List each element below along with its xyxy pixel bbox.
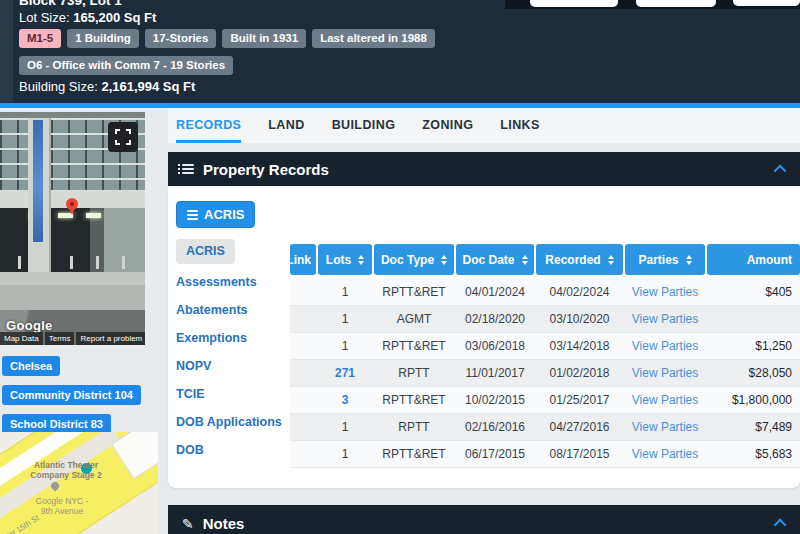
cell-amount: $5,683 bbox=[707, 447, 800, 461]
cell-lots: 1 bbox=[318, 447, 372, 461]
nav-item-acris[interactable]: ACRIS bbox=[176, 239, 235, 264]
street-view-art bbox=[96, 256, 99, 269]
view-parties-link[interactable]: View Parties bbox=[625, 393, 705, 407]
column-header-doc-date[interactable]: Doc Date bbox=[456, 244, 534, 275]
cell-lots-link[interactable]: 3 bbox=[318, 393, 372, 407]
acris-records-table: Link Lots Doc Type Doc Date Recorded Par… bbox=[290, 244, 800, 468]
cell-doc-date: 06/17/2015 bbox=[456, 447, 534, 461]
lot-size-line: Lot Size: 165,200 Sq Ft bbox=[19, 10, 156, 25]
table-row: 1 RPTT&RET 06/17/2015 08/17/2015 View Pa… bbox=[290, 441, 800, 468]
map-attribution-bar: Map Data Terms Report a problem bbox=[0, 332, 145, 345]
table-row: 271 RPTT 11/01/2017 01/02/2018 View Part… bbox=[290, 360, 800, 387]
property-badges: M1-5 1 Building 17-Stories Built in 1931… bbox=[19, 29, 435, 48]
cut-off-button[interactable] bbox=[636, 0, 716, 7]
table-header-row: Link Lots Doc Type Doc Date Recorded Par… bbox=[290, 244, 800, 275]
cell-doc-type: RPTT&RET bbox=[374, 339, 454, 353]
column-header-lots[interactable]: Lots bbox=[318, 244, 372, 275]
cell-doc-date: 10/02/2015 bbox=[456, 393, 534, 407]
mini-map[interactable]: Atlantic Theater Company Stage 2 Google … bbox=[0, 432, 158, 534]
view-parties-link[interactable]: View Parties bbox=[625, 366, 705, 380]
column-header-doc-type[interactable]: Doc Type bbox=[374, 244, 454, 275]
section-title: Property Records bbox=[203, 161, 329, 178]
street-view-art bbox=[33, 120, 43, 242]
view-parties-link[interactable]: View Parties bbox=[625, 285, 705, 299]
building-size-value: 2,161,994 Sq Ft bbox=[101, 79, 195, 94]
cut-off-button[interactable] bbox=[733, 0, 800, 6]
property-records-card: ACRIS ACRIS Assessments Abatements Exemp… bbox=[168, 186, 800, 488]
view-parties-link[interactable]: View Parties bbox=[625, 312, 705, 326]
tab-building[interactable]: BUILDING bbox=[332, 108, 396, 143]
nav-item-nopv[interactable]: NOPV bbox=[176, 357, 211, 376]
column-label: Lots bbox=[326, 253, 351, 267]
sort-icon bbox=[608, 255, 614, 265]
cell-lots: 1 bbox=[318, 420, 372, 434]
school-district-badge[interactable]: School District 83 bbox=[2, 414, 111, 434]
table-row: 1 AGMT 02/18/2020 03/10/2020 View Partie… bbox=[290, 306, 800, 333]
acris-button[interactable]: ACRIS bbox=[176, 201, 255, 228]
tab-bar: RECORDS LAND BUILDING ZONING LINKS bbox=[168, 108, 800, 143]
column-label: Amount bbox=[747, 253, 792, 267]
cut-off-button[interactable] bbox=[530, 0, 618, 7]
nav-item-assessments[interactable]: Assessments bbox=[176, 273, 257, 292]
cell-doc-type: RPTT&RET bbox=[374, 393, 454, 407]
cell-doc-date: 02/18/2020 bbox=[456, 312, 534, 326]
collapse-chevron-icon[interactable] bbox=[774, 164, 787, 177]
street-view-photo[interactable]: Google Map Data Terms Report a problem bbox=[0, 112, 145, 345]
map-poi-label: Atlantic Theater Company Stage 2 bbox=[18, 460, 114, 480]
stories-badge: 17-Stories bbox=[145, 29, 217, 48]
cell-doc-date: 02/16/2016 bbox=[456, 420, 534, 434]
column-label: Doc Date bbox=[462, 253, 514, 267]
nav-item-dob[interactable]: DOB bbox=[176, 441, 204, 460]
column-header-parties[interactable]: Parties bbox=[625, 244, 705, 275]
google-watermark: Google bbox=[6, 318, 53, 333]
fullscreen-icon[interactable] bbox=[108, 122, 138, 152]
view-parties-link[interactable]: View Parties bbox=[625, 447, 705, 461]
column-header-link[interactable]: Link bbox=[290, 244, 316, 275]
cell-amount: $28,050 bbox=[707, 366, 800, 380]
building-size-line: Building Size: 2,161,994 Sq Ft bbox=[19, 79, 195, 94]
view-parties-link[interactable]: View Parties bbox=[625, 339, 705, 353]
tab-links[interactable]: LINKS bbox=[500, 108, 540, 143]
cell-amount: $1,250 bbox=[707, 339, 800, 353]
street-view-art bbox=[0, 272, 145, 310]
cell-doc-date: 11/01/2017 bbox=[456, 366, 534, 380]
cell-doc-type: RPTT&RET bbox=[374, 447, 454, 461]
cell-doc-type: RPTT bbox=[374, 366, 454, 380]
notes-section-header: ✎ Notes bbox=[168, 505, 800, 534]
sort-icon bbox=[686, 255, 692, 265]
column-header-recorded[interactable]: Recorded bbox=[536, 244, 623, 275]
tab-zoning[interactable]: ZONING bbox=[422, 108, 473, 143]
acris-button-label: ACRIS bbox=[204, 207, 244, 222]
tab-records[interactable]: RECORDS bbox=[176, 108, 241, 143]
street-view-art bbox=[122, 256, 125, 269]
sort-icon bbox=[358, 255, 364, 265]
nav-item-abatements[interactable]: Abatements bbox=[176, 301, 248, 320]
cell-doc-type: AGMT bbox=[374, 312, 454, 326]
column-label: Recorded bbox=[545, 253, 600, 267]
nav-item-dob-applications[interactable]: DOB Applications bbox=[176, 413, 282, 432]
property-summary-header: Block 739, Lot 1 Lot Size: 165,200 Sq Ft… bbox=[0, 0, 800, 103]
community-district-badge[interactable]: Community District 104 bbox=[2, 385, 141, 405]
tab-land[interactable]: LAND bbox=[268, 108, 304, 143]
map-data-link[interactable]: Map Data bbox=[0, 332, 43, 345]
street-view-art bbox=[70, 256, 73, 269]
table-row: 1 RPTT 02/16/2016 04/27/2016 View Partie… bbox=[290, 414, 800, 441]
location-badges: Chelsea Community District 104 School Di… bbox=[2, 356, 141, 434]
sort-icon bbox=[441, 255, 447, 265]
collapse-chevron-icon[interactable] bbox=[774, 519, 787, 532]
view-parties-link[interactable]: View Parties bbox=[625, 420, 705, 434]
pencil-icon: ✎ bbox=[182, 517, 194, 531]
cell-lots: 1 bbox=[318, 339, 372, 353]
neighborhood-badge[interactable]: Chelsea bbox=[2, 356, 60, 376]
cell-amount: $7,489 bbox=[707, 420, 800, 434]
nav-item-exemptions[interactable]: Exemptions bbox=[176, 329, 247, 348]
cell-lots-link[interactable]: 271 bbox=[318, 366, 372, 380]
column-label: Doc Type bbox=[381, 253, 434, 267]
report-problem-link[interactable]: Report a problem bbox=[76, 332, 145, 345]
cell-amount: $405 bbox=[707, 285, 800, 299]
terms-link[interactable]: Terms bbox=[45, 332, 75, 345]
record-type-nav: ACRIS Assessments Abatements Exemptions … bbox=[176, 239, 290, 460]
cell-recorded: 01/02/2018 bbox=[536, 366, 623, 380]
column-header-amount[interactable]: Amount bbox=[707, 244, 800, 275]
nav-item-tcie[interactable]: TCIE bbox=[176, 385, 204, 404]
